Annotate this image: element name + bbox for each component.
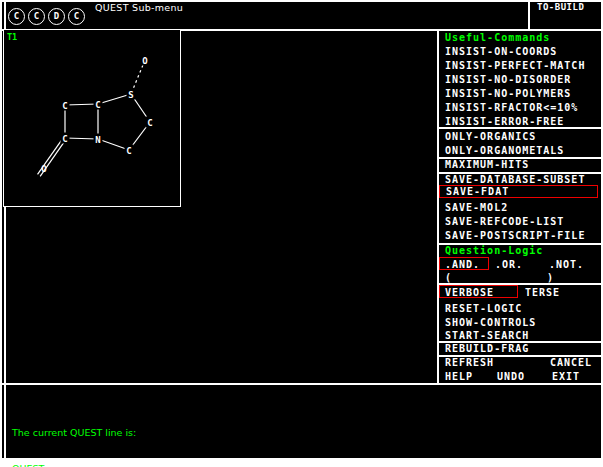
menu-item-cancel[interactable]: CANCEL [550, 357, 592, 369]
status-line-1: The current QUEST line is: [12, 427, 368, 439]
svg-text:C: C [95, 100, 100, 110]
menu-item-insist-no-polymers[interactable]: INSIST-NO-POLYMERS [439, 88, 601, 100]
menu-item-only-organics[interactable]: ONLY-ORGANICS [439, 131, 601, 143]
svg-text:N: N [95, 135, 100, 145]
status-area-divider [2, 383, 601, 385]
ccdc-logo-letter-3: D [48, 8, 65, 25]
menu-row: VERBOSETERSE [439, 287, 601, 299]
menu-panel: Useful-CommandsINSIST-ON-COORDSINSIST-PE… [437, 31, 601, 383]
menu-item-save-fdat[interactable]: SAVE-FDAT [439, 185, 598, 198]
menu-row: REFRESHCANCEL [439, 357, 601, 369]
menu-item-insist-on-coords[interactable]: INSIST-ON-COORDS [439, 46, 601, 58]
ccdc-logo-letter-2: C [28, 8, 45, 25]
svg-text:C: C [147, 118, 152, 128]
menu-item-undo[interactable]: UNDO [497, 371, 525, 383]
menu-item-rebuild-frag[interactable]: REBUILD-FRAG [439, 343, 601, 355]
menu-item-terse[interactable]: TERSE [525, 287, 560, 299]
svg-text:C: C [62, 101, 67, 111]
menu-item-maximum-hits[interactable]: MAXIMUM-HITS [439, 159, 601, 171]
status-line-2: QUEST [12, 463, 368, 467]
menu-row: .AND..OR..NOT. [439, 259, 601, 271]
window-title: QUEST Sub-menu [95, 2, 183, 29]
ccdc-logo-letter-4: C [68, 8, 85, 25]
menu-divider [439, 127, 601, 129]
section-question-logic: Question-Logic [439, 245, 601, 257]
menu-item-help[interactable]: HELP [445, 371, 473, 383]
menu-item-op-and[interactable]: .AND. [439, 257, 489, 270]
menu-item-refresh[interactable]: REFRESH [445, 357, 494, 369]
svg-text:O: O [142, 56, 148, 66]
menu-item-reset-logic[interactable]: RESET-LOGIC [439, 303, 601, 315]
menu-row: HELPUNDOEXIT [439, 371, 601, 383]
quest-window: C C D C QUEST Sub-menu TO-BUILD T1 OOSCC… [0, 0, 603, 460]
menu-item-save-mol2[interactable]: SAVE-MOL2 [439, 202, 601, 214]
menu-item-op-not[interactable]: .NOT. [549, 259, 584, 271]
menu-item-exit[interactable]: EXIT [552, 371, 580, 383]
menu-item-show-controls[interactable]: SHOW-CONTROLS [439, 317, 601, 329]
menu-item-save-postscript-file[interactable]: SAVE-POSTSCRIPT-FILE [439, 230, 601, 242]
ccdc-logo-letter-1: C [8, 8, 25, 25]
menu-item-only-organometals[interactable]: ONLY-ORGANOMETALS [439, 145, 601, 157]
structure-canvas[interactable]: T1 OOSCCCCNC [3, 29, 181, 207]
status-area: The current QUEST line is: QUEST Please … [12, 403, 368, 467]
title-bar: C C D C QUEST Sub-menu TO-BUILD [2, 2, 601, 31]
svg-text:C: C [62, 134, 67, 144]
svg-text:S: S [128, 90, 133, 100]
menu-item-insist-perfect-match[interactable]: INSIST-PERFECT-MATCH [439, 60, 601, 72]
menu-item-insist-rfactor-le-10pct[interactable]: INSIST-RFACTOR<=10% [439, 102, 601, 114]
menu-item-save-refcode-list[interactable]: SAVE-REFCODE-LIST [439, 216, 601, 228]
menu-item-verbose[interactable]: VERBOSE [439, 285, 518, 298]
to-build-button[interactable]: TO-BUILD [537, 2, 584, 29]
molecule-drawing: OOSCCCCNC [4, 30, 180, 206]
menu-item-insist-no-disorder[interactable]: INSIST-NO-DISORDER [439, 74, 601, 86]
titlebar-separator [528, 2, 530, 29]
menu-item-op-or[interactable]: .OR. [495, 259, 523, 271]
svg-text:C: C [126, 146, 131, 156]
section-useful-commands: Useful-Commands [439, 32, 601, 44]
screen: C C D C QUEST Sub-menu TO-BUILD T1 OOSCC… [0, 0, 603, 467]
